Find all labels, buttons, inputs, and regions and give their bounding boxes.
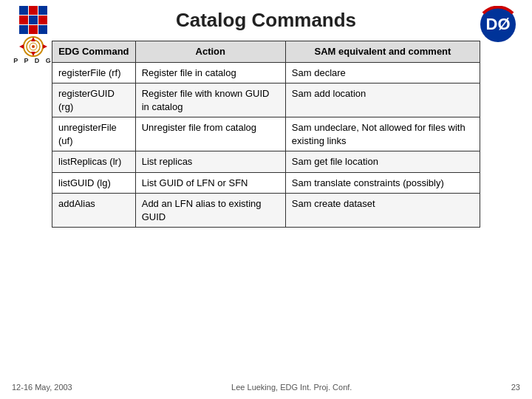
footer-center: Lee Lueking, EDG Int. Proj. Conf. [231,383,352,392]
svg-point-3 [32,45,35,48]
cell-sam: Sam create dataset [285,194,480,228]
cell-edg-command: registerFile (rf) [52,62,136,83]
table-row: listReplicas (lr)List replicasSam get fi… [52,151,480,173]
cell-action: Register file in catalog [135,62,285,83]
cell-sam: Sam add location [285,83,480,117]
footer-page: 23 [511,383,520,392]
cell-sam: Sam declare [285,62,480,83]
catalog-table: EDG Command Action SAM equivalent and co… [52,41,480,228]
table-row: registerFile (rf)Register file in catalo… [52,62,480,83]
col-header-sam: SAM equivalent and comment [285,41,480,63]
cell-action: Register file with known GUID in catalog [135,83,285,117]
ppdg-logo: P P D G [12,6,55,44]
table-row: listGUID (lg)List GUID of LFN or SFNSam … [52,172,480,194]
cell-action: List replicas [135,151,285,173]
footer-date: 12-16 May, 2003 [12,383,72,392]
cell-action: Unregister file from catalog [135,117,285,151]
cell-edg-command: listGUID (lg) [52,172,136,194]
svg-text:DØ: DØ [486,15,511,33]
table-row: addAliasAdd an LFN alias to existing GUI… [52,194,480,228]
cell-action: List GUID of LFN or SFN [135,172,285,194]
cell-edg-command: registerGUID (rg) [52,83,136,117]
cell-sam: Sam translate constraints (possibly) [285,172,480,194]
svg-marker-7 [43,44,47,49]
col-header-edg: EDG Command [52,41,136,63]
table-row: registerGUID (rg)Register file with know… [52,83,480,117]
cell-edg-command: listReplicas (lr) [52,151,136,173]
col-header-action: Action [135,41,285,63]
cell-edg-command: unregisterFile (uf) [52,117,136,151]
svg-marker-6 [19,44,24,49]
cell-edg-command: addAlias [52,194,136,228]
cell-action: Add an LFN alias to existing GUID [135,194,285,228]
table-row: unregisterFile (uf)Unregister file from … [52,117,480,151]
cell-sam: Sam get file location [285,151,480,173]
cell-sam: Sam undeclare, Not allowed for files wit… [285,117,480,151]
page-title: Catalog Commands [176,9,356,32]
d0-logo: DØ [476,6,520,43]
